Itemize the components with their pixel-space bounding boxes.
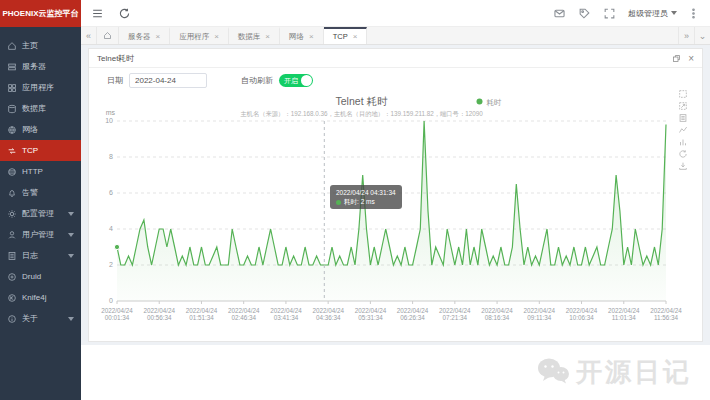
y-tick-label: 8 bbox=[109, 153, 113, 160]
tabs-container: 服务器×应用程序×数据库×网络×TCP× bbox=[119, 27, 678, 44]
sidebar-item-14[interactable]: 关于 bbox=[0, 308, 81, 329]
sidebar-item-label: 应用程序 bbox=[22, 82, 54, 93]
y-tick-label: 0 bbox=[109, 297, 113, 304]
restore-icon[interactable] bbox=[678, 149, 688, 159]
chart-toolbox bbox=[678, 89, 688, 171]
sidebar-item-1[interactable]: 主页 bbox=[0, 35, 81, 56]
tabs-scroll-right-icon[interactable]: » bbox=[678, 27, 694, 44]
druid-icon bbox=[7, 272, 17, 282]
sidebar-item-9[interactable]: 配置管理 bbox=[0, 203, 81, 224]
y-tick-label: 10 bbox=[105, 117, 113, 124]
tabs-menu-icon[interactable]: ⌄ bbox=[694, 27, 710, 44]
user-icon bbox=[7, 230, 17, 240]
auto-refresh-toggle[interactable]: 开启 bbox=[279, 74, 313, 87]
chevron-down-icon bbox=[68, 254, 74, 258]
alert-icon bbox=[7, 188, 17, 198]
sidebar-item-label: Druid bbox=[22, 272, 41, 281]
x-tick-label: 2022/04/2406:26:34 bbox=[397, 307, 429, 321]
chart-area: Telnet 耗时耗时主机名（来源）：192.168.0.36，主机名（目的地）… bbox=[95, 93, 696, 341]
message-icon[interactable] bbox=[553, 7, 566, 20]
chevron-down-icon bbox=[671, 11, 677, 15]
panel-title: Telnet耗时 bbox=[97, 53, 134, 64]
tab-close-icon[interactable]: × bbox=[156, 32, 161, 41]
x-tick-label: 2022/04/2403:41:34 bbox=[270, 307, 302, 321]
refresh-icon[interactable] bbox=[118, 7, 131, 20]
sidebar-item-2[interactable]: 服务器 bbox=[0, 56, 81, 77]
data-view-icon[interactable] bbox=[678, 113, 688, 123]
chart-subtitle: 主机名（来源）：192.168.0.36，主机名（目的地）：139.159.21… bbox=[240, 110, 483, 118]
tab-close-icon[interactable]: × bbox=[353, 32, 358, 41]
tabs-scroll-left-icon[interactable]: « bbox=[81, 27, 97, 44]
tab-4[interactable]: 网络× bbox=[280, 27, 324, 44]
sidebar-item-label: TCP bbox=[22, 146, 38, 155]
sidebar-item-3[interactable]: 应用程序 bbox=[0, 77, 81, 98]
x-tick-label: 2022/04/2400:01:34 bbox=[101, 307, 133, 321]
chart-title: Telnet 耗时 bbox=[336, 95, 388, 107]
tab-close-icon[interactable]: × bbox=[214, 32, 219, 41]
x-tick-label: 2022/04/2409:11:34 bbox=[524, 307, 556, 321]
x-tick-label: 2022/04/2407:21:34 bbox=[439, 307, 471, 321]
toggle-on-text: 开启 bbox=[284, 76, 298, 86]
sidebar-item-13[interactable]: Knife4j bbox=[0, 287, 81, 308]
tab-close-icon[interactable]: × bbox=[265, 32, 270, 41]
zoom-box-icon[interactable] bbox=[678, 89, 688, 99]
y-tick-label: 4 bbox=[109, 225, 113, 232]
sidebar-item-label: HTTP bbox=[22, 167, 43, 176]
tab-close-icon[interactable]: × bbox=[309, 32, 314, 41]
top-navbar: 超级管理员 bbox=[81, 0, 710, 27]
home-icon bbox=[7, 41, 17, 51]
app-title: PHOENIX云监控平台 bbox=[2, 8, 78, 19]
http-icon bbox=[7, 167, 17, 177]
x-tick-label: 2022/04/2411:56:34 bbox=[650, 307, 682, 321]
more-icon[interactable] bbox=[687, 7, 700, 20]
sidebar-item-7[interactable]: HTTP bbox=[0, 161, 81, 182]
home-tab-icon[interactable] bbox=[97, 27, 119, 44]
tab-5[interactable]: TCP× bbox=[324, 27, 368, 44]
sidebar-item-11[interactable]: 日志 bbox=[0, 245, 81, 266]
wechat-icon bbox=[536, 356, 570, 390]
close-icon[interactable]: × bbox=[688, 54, 694, 63]
zoom-reset-icon[interactable] bbox=[678, 101, 688, 111]
tab-2[interactable]: 应用程序× bbox=[170, 27, 229, 44]
watermark-text: 开源日记 bbox=[576, 355, 692, 390]
app-logo: PHOENIX云监控平台 bbox=[0, 0, 81, 27]
sidebar: 主页服务器应用程序数据库网络TCPHTTP告警配置管理用户管理日志DruidKn… bbox=[0, 27, 81, 400]
sidebar-item-label: 告警 bbox=[22, 187, 38, 198]
sidebar-item-8[interactable]: 告警 bbox=[0, 182, 81, 203]
x-tick-label: 2022/04/2404:36:34 bbox=[312, 307, 344, 321]
sidebar-item-4[interactable]: 数据库 bbox=[0, 98, 81, 119]
sidebar-item-label: 用户管理 bbox=[22, 229, 54, 240]
x-tick-label: 2022/04/2405:31:34 bbox=[355, 307, 387, 321]
tab-3[interactable]: 数据库× bbox=[229, 27, 280, 44]
chart-canvas[interactable]: Telnet 耗时耗时主机名（来源）：192.168.0.36，主机名（目的地）… bbox=[95, 93, 696, 337]
x-tick-label: 2022/04/2402:46:34 bbox=[228, 307, 260, 321]
telnet-panel: Telnet耗时 × 日期 自动刷新 开启 bbox=[88, 48, 703, 342]
auto-refresh-label: 自动刷新 bbox=[241, 75, 273, 86]
x-tick-label: 2022/04/2411:01:34 bbox=[608, 307, 640, 321]
x-tick-label: 2022/04/2408:16:34 bbox=[481, 307, 513, 321]
y-axis-unit: ms bbox=[106, 109, 116, 116]
date-input[interactable] bbox=[129, 73, 207, 88]
log-icon bbox=[7, 251, 17, 261]
legend-marker-icon bbox=[477, 99, 483, 105]
y-tick-label: 6 bbox=[109, 189, 113, 196]
user-name: 超级管理员 bbox=[628, 8, 668, 19]
series-line bbox=[117, 121, 666, 265]
save-image-icon[interactable] bbox=[678, 161, 688, 171]
sidebar-item-label: 配置管理 bbox=[22, 208, 54, 219]
restore-window-icon[interactable] bbox=[672, 54, 681, 63]
sidebar-item-10[interactable]: 用户管理 bbox=[0, 224, 81, 245]
sidebar-item-6[interactable]: TCP bbox=[0, 140, 81, 161]
theme-icon[interactable] bbox=[578, 7, 591, 20]
chevron-down-icon bbox=[68, 317, 74, 321]
sidebar-item-12[interactable]: Druid bbox=[0, 266, 81, 287]
watermark: 开源日记 bbox=[536, 355, 692, 390]
user-dropdown[interactable]: 超级管理员 bbox=[628, 8, 677, 19]
bar-chart-icon[interactable] bbox=[678, 137, 688, 147]
tab-label: TCP bbox=[333, 32, 348, 41]
sidebar-item-5[interactable]: 网络 bbox=[0, 119, 81, 140]
line-chart-icon[interactable] bbox=[678, 125, 688, 135]
fullscreen-icon[interactable] bbox=[603, 7, 616, 20]
tab-1[interactable]: 服务器× bbox=[119, 27, 170, 44]
hamburger-icon[interactable] bbox=[91, 7, 104, 20]
